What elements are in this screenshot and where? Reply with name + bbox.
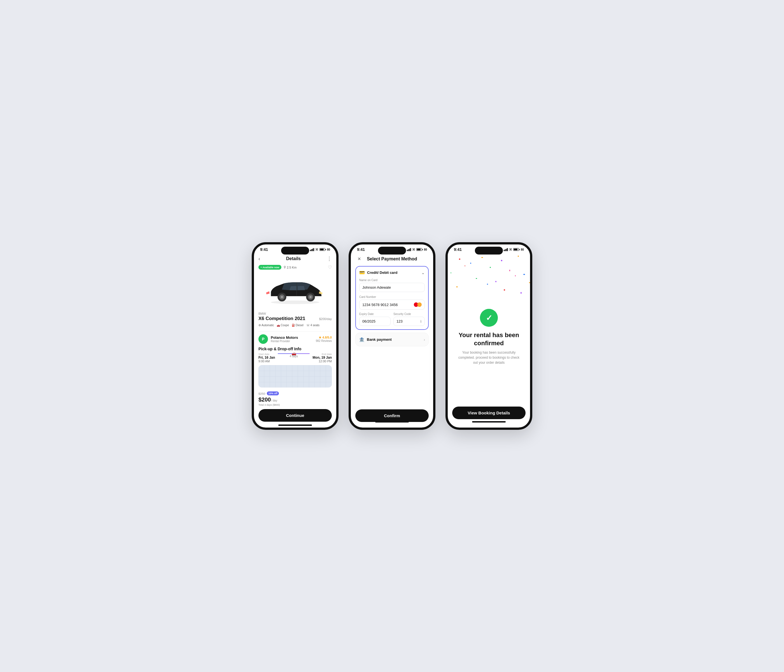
signal-icon-1 <box>310 248 314 251</box>
name-on-card-input[interactable]: Johnson Adewale <box>359 283 425 292</box>
home-indicator-1 <box>278 425 312 426</box>
spec-body: 🚗 Coupe <box>277 324 289 327</box>
battery-label-3: 80 <box>521 248 524 251</box>
credit-card-icon: 💳 <box>359 270 365 275</box>
check-circle: ✓ <box>480 309 498 327</box>
battery-icon-3 <box>513 248 520 251</box>
svg-point-6 <box>281 296 283 298</box>
details-title: Details <box>286 256 301 261</box>
car-image <box>264 274 326 308</box>
battery-label-2: 80 <box>424 248 427 251</box>
per-day-label: / day <box>271 399 277 402</box>
dynamic-island-2 <box>378 247 406 255</box>
confetti-dot <box>459 258 460 260</box>
confirm-button[interactable]: Confirm <box>355 409 429 422</box>
provider-sub: Rental Provider <box>271 340 298 343</box>
phone2-content: × Select Payment Method 💳 Credit/ Debit … <box>351 253 433 428</box>
confirmed-title: Your rental has been confirmed <box>453 331 524 347</box>
status-time-3: 9:41 <box>454 247 462 252</box>
expiry-security-row: Expiry Date 06/2025 Security Code 123 ℹ <box>359 313 425 326</box>
signal-icon-3 <box>504 248 508 251</box>
confirmed-content: ✓ Your rental has been confirmed Your bo… <box>448 306 530 368</box>
security-label: Security Code <box>394 313 425 316</box>
home-indicator-3 <box>472 421 506 423</box>
confetti-dot <box>481 257 483 258</box>
phones-container: 9:41 ⌘ 80 ‹ Details ⋮ <box>252 242 532 430</box>
name-on-card-label: Name on Card <box>359 278 425 282</box>
card-method-header: 💳 Credit/ Debit card ⌄ <box>359 270 425 275</box>
spec-seats: ☏ 4 seats <box>306 324 319 327</box>
chevron-down-icon: ⌄ <box>422 271 425 275</box>
battery-label-1: 80 <box>327 248 330 251</box>
spec-transmission: ⚙ Automatic <box>258 324 274 327</box>
card-number-group: Card Number 1234 5678 9012 3456 <box>359 296 425 310</box>
total-price: Total 4 days ($800) <box>254 403 336 408</box>
confetti-dot <box>504 289 505 291</box>
wifi-icon-3: ⌘ <box>509 248 512 252</box>
phone-confirmed: 9:41 ⌘ 80 <box>445 242 532 430</box>
confetti-dot <box>509 270 510 271</box>
confetti-dot <box>529 282 530 283</box>
card-number-input[interactable]: 1234 5678 9012 3456 <box>359 300 425 310</box>
location-icon: ⚲ <box>284 266 286 269</box>
spec-fuel: ⛽ Diesel <box>292 324 303 327</box>
confetti-dot <box>451 272 451 273</box>
car-name-row: X6 Competition 2021 $200/day <box>258 316 332 322</box>
credit-card-method[interactable]: 💳 Credit/ Debit card ⌄ Name on Card John… <box>355 266 429 330</box>
security-input[interactable]: 123 ℹ <box>394 317 425 326</box>
status-icons-3: ⌘ 80 <box>504 248 524 252</box>
price-bar: $250 10% off <box>254 390 336 397</box>
divider-1 <box>258 331 332 331</box>
back-button-1[interactable]: ‹ <box>258 256 260 262</box>
continue-button[interactable]: Continue <box>258 409 332 422</box>
phone1-content: ‹ Details ⋮ Available now ⚲ 2.5 Km ♡ <box>254 253 336 428</box>
bank-icon: 🏦 <box>359 337 364 342</box>
phone-details: 9:41 ⌘ 80 ‹ Details ⋮ <box>252 242 339 430</box>
provider-avatar: P <box>258 334 268 344</box>
dynamic-island-1 <box>281 247 309 255</box>
confetti-area <box>448 253 530 298</box>
phone3-content: ✓ Your rental has been confirmed Your bo… <box>448 253 530 428</box>
battery-icon-1 <box>319 248 326 251</box>
distance-label: ⚲ 2.5 Km <box>284 266 297 269</box>
current-price: $200 <box>258 397 271 403</box>
bar-car-icon: 🚗 <box>291 351 296 356</box>
wifi-icon-2: ⌘ <box>412 248 415 252</box>
car-info: BMW X6 Competition 2021 $200/day ⚙ Autom… <box>254 310 336 328</box>
payment-title: Select Payment Method <box>367 257 417 261</box>
card-method-title: 💳 Credit/ Debit card <box>359 270 397 275</box>
end-date-value: Mon, 19 Jan <box>313 356 332 359</box>
dynamic-island-3 <box>475 247 503 255</box>
confetti-dot <box>476 278 477 279</box>
info-icon: ℹ <box>420 319 422 324</box>
view-booking-button[interactable]: View Booking Details <box>452 406 526 419</box>
confetti-dot <box>456 286 458 287</box>
status-icons-1: ⌘ 80 <box>310 248 330 252</box>
close-button[interactable]: × <box>355 256 363 262</box>
phone-payment: 9:41 ⌘ 80 × Select Payment Method <box>348 242 436 430</box>
payment-section: 💳 Credit/ Debit card ⌄ Name on Card John… <box>351 264 433 348</box>
confirmed-subtitle: Your booking has been successfully compl… <box>458 350 520 365</box>
confetti-dot <box>490 267 491 268</box>
car-brand: BMW <box>258 312 332 315</box>
map-grid <box>258 365 332 387</box>
confetti-dot <box>470 263 471 264</box>
bank-payment-method[interactable]: 🏦 Bank payment › <box>355 333 429 346</box>
home-indicator-2 <box>375 421 409 423</box>
start-date-value: Fri, 16 Jan <box>258 356 275 359</box>
expiry-input[interactable]: 06/2025 <box>359 317 390 326</box>
original-price: $250 <box>258 392 265 395</box>
card-number-label: Card Number <box>359 296 425 299</box>
heart-icon[interactable]: ♡ <box>328 264 332 270</box>
available-badge: Available now <box>258 265 282 270</box>
start-date-label: Start date <box>258 353 275 356</box>
expiry-label: Expiry Date <box>359 313 390 316</box>
confetti-dot <box>518 256 519 257</box>
bank-payment-label: Bank payment <box>367 338 392 342</box>
car-specs: ⚙ Automatic 🚗 Coupe ⛽ Diesel ☏ 4 seats <box>258 324 332 327</box>
pickup-row: Start date Fri, 16 Jan 9:00 AM 🚗 4 days … <box>254 353 336 363</box>
status-time-2: 9:41 <box>357 247 365 252</box>
confetti-dot <box>523 274 525 275</box>
more-button-1[interactable]: ⋮ <box>327 256 332 262</box>
duration-bar: 🚗 <box>278 353 310 354</box>
